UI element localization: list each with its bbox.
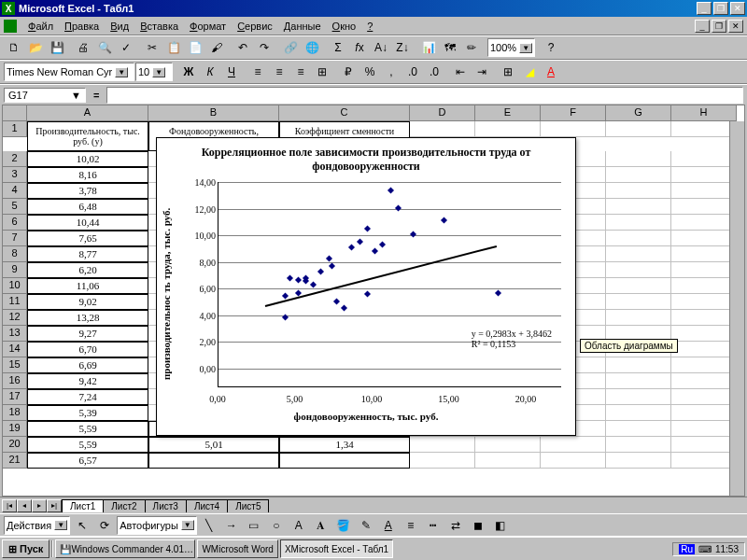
cell[interactable] xyxy=(671,183,737,199)
doc-close-button[interactable]: ✕ xyxy=(728,20,743,33)
font-combo[interactable]: Times New Roman Cyr▼ xyxy=(4,63,134,81)
cell[interactable] xyxy=(606,199,671,215)
row-header[interactable]: 12 xyxy=(3,310,27,326)
font-size-combo[interactable]: 10▼ xyxy=(135,63,173,81)
cell[interactable] xyxy=(671,453,737,469)
taskbar-item[interactable]: 💾 Windows Commander 4.01… xyxy=(55,539,195,558)
cell[interactable] xyxy=(671,421,737,437)
cell[interactable] xyxy=(606,151,671,167)
formula-bar[interactable] xyxy=(106,87,743,104)
row-header[interactable]: 18 xyxy=(3,405,27,421)
row-header[interactable]: 9 xyxy=(3,262,27,278)
cell[interactable] xyxy=(279,453,410,469)
cell[interactable] xyxy=(606,357,671,373)
cell[interactable] xyxy=(671,373,737,389)
cell[interactable]: 9,27 xyxy=(27,326,148,342)
taskbar-item-active[interactable]: X Microsoft Excel - Табл1 xyxy=(280,539,393,558)
textbox-button[interactable]: A xyxy=(289,515,309,536)
cell[interactable] xyxy=(475,453,541,469)
cell[interactable] xyxy=(671,167,737,183)
cell[interactable] xyxy=(671,278,737,294)
sort-asc-button[interactable]: A↓ xyxy=(371,37,391,58)
cell[interactable] xyxy=(606,262,671,278)
tab-first-button[interactable]: |◂ xyxy=(2,499,17,512)
spelling-button[interactable]: ✓ xyxy=(116,37,136,58)
menu-item[interactable]: Вид xyxy=(105,19,134,34)
cell[interactable] xyxy=(606,310,671,326)
web-button[interactable]: 🌐 xyxy=(302,37,322,58)
close-button[interactable]: ✕ xyxy=(730,2,745,15)
vertical-scrollbar[interactable] xyxy=(729,121,744,496)
3d-button[interactable]: ◧ xyxy=(490,515,511,536)
line-button[interactable]: ╲ xyxy=(199,515,219,536)
cell[interactable]: 3,78 xyxy=(27,183,148,199)
row-header[interactable]: 6 xyxy=(3,215,27,231)
format-painter-button[interactable]: 🖌 xyxy=(206,37,227,58)
rotate-button[interactable]: ⟳ xyxy=(94,515,115,536)
cell[interactable]: 11,06 xyxy=(27,278,148,294)
chart-wizard-button[interactable]: 📊 xyxy=(418,37,439,58)
cell[interactable] xyxy=(410,437,475,453)
borders-button[interactable]: ⊞ xyxy=(498,62,518,82)
cell[interactable]: 8,16 xyxy=(27,167,148,183)
cell[interactable] xyxy=(148,453,279,469)
line-style-button[interactable]: ≡ xyxy=(401,515,421,536)
zoom-combo[interactable]: 100%▼ xyxy=(487,38,535,57)
cell[interactable]: 5,01 xyxy=(148,437,279,453)
bold-button[interactable]: Ж xyxy=(178,62,199,82)
name-box[interactable]: G17▼ xyxy=(4,88,86,103)
tray-icon[interactable]: ⌨ xyxy=(698,544,712,554)
sheet-tab[interactable]: Лист1 xyxy=(62,499,104,512)
sheet-tab[interactable]: Лист5 xyxy=(227,499,269,512)
preview-button[interactable]: 🔍 xyxy=(94,37,115,58)
help-button[interactable]: ? xyxy=(541,37,561,58)
decrease-decimal-button[interactable]: .0 xyxy=(424,62,444,82)
select-objects-button[interactable]: ↖ xyxy=(72,515,92,536)
dash-style-button[interactable]: ┅ xyxy=(423,515,444,536)
system-tray[interactable]: Ru ⌨ 11:53 xyxy=(672,542,745,556)
cell[interactable] xyxy=(671,121,737,137)
cell[interactable] xyxy=(671,262,737,278)
cell[interactable]: 13,28 xyxy=(27,310,148,326)
minimize-button[interactable]: _ xyxy=(697,2,712,15)
save-button[interactable]: 💾 xyxy=(47,37,67,58)
cell[interactable] xyxy=(475,437,541,453)
align-center-button[interactable]: ≡ xyxy=(269,62,289,82)
underline-button[interactable]: Ч xyxy=(221,62,242,82)
row-header[interactable]: 2 xyxy=(3,151,27,167)
cell[interactable]: 9,42 xyxy=(27,373,148,389)
align-left-button[interactable]: ≡ xyxy=(247,62,268,82)
row-header[interactable]: 15 xyxy=(3,357,27,373)
increase-indent-button[interactable]: ⇥ xyxy=(472,62,492,82)
menu-item[interactable]: Файл xyxy=(22,19,59,34)
row-header[interactable]: 5 xyxy=(3,199,27,215)
row-header[interactable]: 3 xyxy=(3,167,27,183)
tab-last-button[interactable]: ▸| xyxy=(47,499,62,512)
italic-button[interactable]: К xyxy=(200,62,220,82)
column-header[interactable]: B xyxy=(148,105,279,121)
rectangle-button[interactable]: ▭ xyxy=(244,515,264,536)
menu-item[interactable]: Правка xyxy=(59,19,105,34)
cell[interactable] xyxy=(671,215,737,231)
decrease-indent-button[interactable]: ⇤ xyxy=(450,62,471,82)
drawing-button[interactable]: ✏ xyxy=(461,37,482,58)
map-button[interactable]: 🗺 xyxy=(440,37,460,58)
copy-button[interactable]: 📋 xyxy=(163,37,184,58)
row-header[interactable]: 14 xyxy=(3,342,27,357)
cell[interactable] xyxy=(606,389,671,405)
cell[interactable] xyxy=(410,121,475,137)
row-header[interactable]: 4 xyxy=(3,183,27,199)
row-header[interactable]: 16 xyxy=(3,373,27,389)
draw-menu[interactable]: Действия▼ xyxy=(4,516,70,535)
cell[interactable] xyxy=(606,183,671,199)
hyperlink-button[interactable]: 🔗 xyxy=(280,37,301,58)
cell[interactable]: 6,48 xyxy=(27,199,148,215)
arrow-button[interactable]: → xyxy=(221,515,242,536)
cell[interactable] xyxy=(671,437,737,453)
cell[interactable] xyxy=(606,437,671,453)
print-button[interactable]: 🖨 xyxy=(73,37,93,58)
cell[interactable]: 10,44 xyxy=(27,215,148,231)
lang-indicator[interactable]: Ru xyxy=(679,544,695,554)
cell[interactable]: 5,59 xyxy=(27,437,148,453)
row-header[interactable]: 8 xyxy=(3,246,27,262)
